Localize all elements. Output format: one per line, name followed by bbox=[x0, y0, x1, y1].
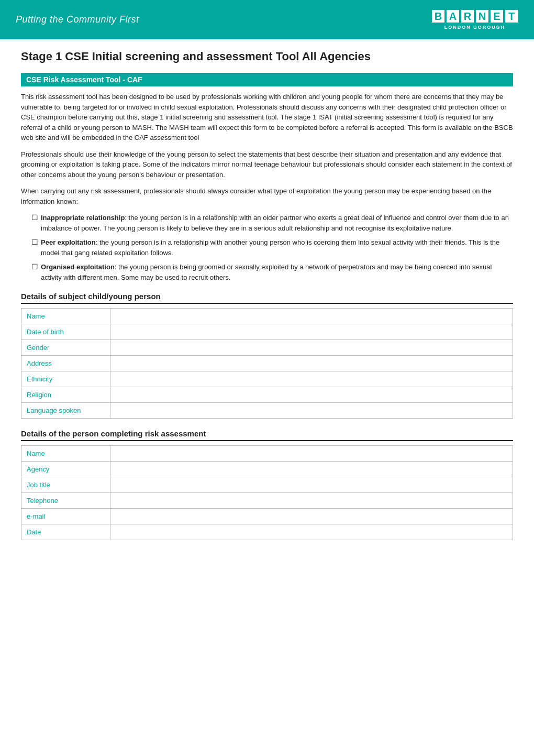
header-tagline: Putting the Community First bbox=[16, 14, 139, 25]
assessor-section-title: Details of the person completing risk as… bbox=[21, 429, 513, 441]
assessor-field-value-2[interactable] bbox=[110, 477, 513, 493]
child-field-label-3: Address bbox=[21, 356, 110, 371]
intro-paragraph-2: Professionals should use their knowledge… bbox=[21, 149, 513, 180]
child-table-row: Religion bbox=[21, 387, 513, 403]
child-table-row: Language spoken bbox=[21, 403, 513, 419]
logo-letter-e: E bbox=[490, 9, 504, 23]
bullet-item-organised: ☐ Organised exploitation: the young pers… bbox=[21, 262, 513, 282]
section-header-bar: CSE Risk Assessment Tool - CAF bbox=[21, 73, 513, 86]
assessor-field-label-2: Job title bbox=[21, 477, 110, 493]
assessor-details-table: Name Agency Job title Telephone e-mail D… bbox=[21, 445, 513, 540]
assessor-field-value-5[interactable] bbox=[110, 524, 513, 540]
barnet-logo: B A R N E T LONDON BOROUGH bbox=[431, 9, 518, 30]
bullet-label-inappropriate: Inappropriate relationship bbox=[41, 214, 125, 222]
assessor-field-value-4[interactable] bbox=[110, 509, 513, 524]
child-details-table: Name Date of birth Gender Address Ethnic… bbox=[21, 308, 513, 419]
assessor-field-value-1[interactable] bbox=[110, 462, 513, 477]
assessor-table-row: Date bbox=[21, 524, 513, 540]
checkbox-icon-inappropriate: ☐ bbox=[31, 213, 38, 233]
assessor-field-label-4: e-mail bbox=[21, 509, 110, 524]
bullet-text-peer: Peer exploitation: the young person is i… bbox=[41, 237, 513, 258]
child-field-label-2: Gender bbox=[21, 340, 110, 356]
child-table-row: Ethnicity bbox=[21, 371, 513, 387]
assessor-field-label-1: Agency bbox=[21, 462, 110, 477]
bullet-label-peer: Peer exploitation bbox=[41, 238, 96, 246]
child-field-label-6: Language spoken bbox=[21, 403, 110, 419]
child-field-label-5: Religion bbox=[21, 387, 110, 403]
child-field-value-3[interactable] bbox=[110, 356, 513, 371]
logo-subtitle: LONDON BOROUGH bbox=[444, 25, 506, 30]
bullet-desc-peer: : the young person is in a relationship … bbox=[41, 238, 499, 257]
assessor-field-label-0: Name bbox=[21, 446, 110, 462]
bullet-text-inappropriate: Inappropriate relationship: the young pe… bbox=[41, 213, 513, 233]
logo-letter-b: B bbox=[431, 9, 445, 23]
logo-letter-n: N bbox=[475, 9, 489, 23]
child-section-title: Details of subject child/young person bbox=[21, 292, 513, 304]
intro-paragraph-1: This risk assessment tool has been desig… bbox=[21, 92, 513, 143]
page-header: Putting the Community First B A R N E T … bbox=[0, 0, 534, 39]
assessor-table-row: Agency bbox=[21, 462, 513, 477]
child-table-row: Name bbox=[21, 309, 513, 324]
checkbox-icon-organised: ☐ bbox=[31, 262, 38, 282]
assessor-field-value-0[interactable] bbox=[110, 446, 513, 462]
assessor-table-row: Name bbox=[21, 446, 513, 462]
child-field-label-1: Date of birth bbox=[21, 324, 110, 340]
child-field-value-0[interactable] bbox=[110, 309, 513, 324]
assessor-table-row: e-mail bbox=[21, 509, 513, 524]
assessor-table-row: Job title bbox=[21, 477, 513, 493]
bullet-item-peer: ☐ Peer exploitation: the young person is… bbox=[21, 237, 513, 258]
logo-letter-a: A bbox=[446, 9, 460, 23]
bullet-label-organised: Organised exploitation bbox=[41, 263, 115, 271]
assessor-field-label-3: Telephone bbox=[21, 493, 110, 509]
child-field-label-4: Ethnicity bbox=[21, 371, 110, 387]
child-field-value-4[interactable] bbox=[110, 371, 513, 387]
child-table-row: Gender bbox=[21, 340, 513, 356]
child-table-row: Date of birth bbox=[21, 324, 513, 340]
child-field-value-2[interactable] bbox=[110, 340, 513, 356]
assessor-field-value-3[interactable] bbox=[110, 493, 513, 509]
main-content: Stage 1 CSE Initial screening and assess… bbox=[0, 39, 534, 566]
checkbox-icon-peer: ☐ bbox=[31, 238, 38, 258]
child-table-row: Address bbox=[21, 356, 513, 371]
assessor-table-row: Telephone bbox=[21, 493, 513, 509]
child-field-value-5[interactable] bbox=[110, 387, 513, 403]
logo-letter-t: T bbox=[505, 9, 518, 23]
logo-letter-r: R bbox=[461, 9, 474, 23]
logo-letters: B A R N E T bbox=[431, 9, 518, 23]
intro-paragraph-3: When carrying out any risk assessment, p… bbox=[21, 186, 513, 206]
child-field-label-0: Name bbox=[21, 309, 110, 324]
assessor-field-label-5: Date bbox=[21, 524, 110, 540]
bullet-text-organised: Organised exploitation: the young person… bbox=[41, 262, 513, 282]
bullet-item-inappropriate: ☐ Inappropriate relationship: the young … bbox=[21, 213, 513, 233]
child-field-value-6[interactable] bbox=[110, 403, 513, 419]
page-title: Stage 1 CSE Initial screening and assess… bbox=[21, 50, 513, 67]
child-field-value-1[interactable] bbox=[110, 324, 513, 340]
